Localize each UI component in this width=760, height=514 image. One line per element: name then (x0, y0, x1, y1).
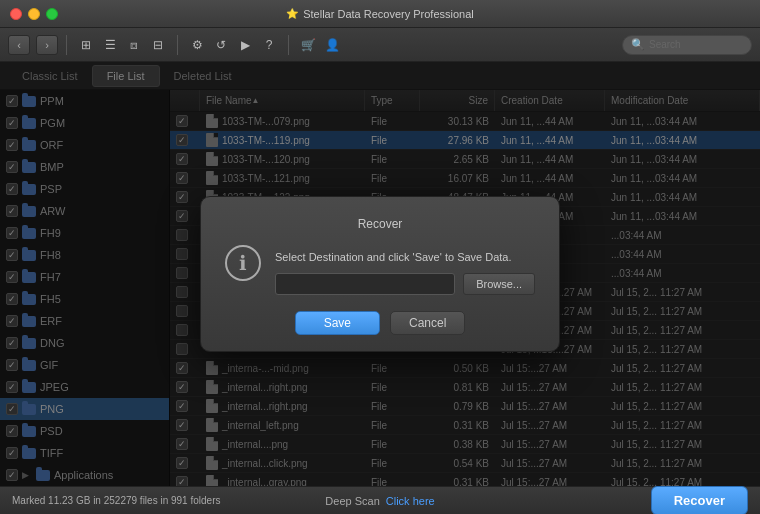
deep-scan-link[interactable]: Click here (386, 495, 435, 507)
list-view-button[interactable]: ☰ (99, 34, 121, 56)
browse-button[interactable]: Browse... (463, 273, 535, 295)
close-button[interactable] (10, 8, 22, 20)
modal-title: Recover (225, 217, 535, 231)
search-icon: 🔍 (631, 38, 645, 51)
view-icons: ⊞ ☰ ⧈ ⊟ (75, 34, 169, 56)
save-button[interactable]: Save (295, 311, 380, 335)
toolbar: ‹ › ⊞ ☰ ⧈ ⊟ ⚙ ↺ ▶ ? 🛒 👤 🔍 Search (0, 28, 760, 62)
cover-view-button[interactable]: ⊟ (147, 34, 169, 56)
cancel-button[interactable]: Cancel (390, 311, 465, 335)
back-button[interactable]: ‹ (8, 35, 30, 55)
app-icon: ⭐ (286, 8, 298, 19)
toolbar-separator (66, 35, 67, 55)
extra-icons: 🛒 👤 (297, 34, 343, 56)
column-view-button[interactable]: ⧈ (123, 34, 145, 56)
modal-buttons: Save Cancel (225, 311, 535, 335)
status-bar: Marked 11.23 GB in 252279 files in 991 f… (0, 486, 760, 514)
modal-input-row: Browse... (275, 273, 535, 295)
account-button[interactable]: 👤 (321, 34, 343, 56)
traffic-lights (10, 8, 58, 20)
help-button[interactable]: ? (258, 34, 280, 56)
search-box[interactable]: 🔍 Search (622, 35, 752, 55)
modal-message: Select Destination and click 'Save' to S… (275, 245, 535, 266)
info-icon: ℹ (225, 245, 261, 281)
recover-button[interactable]: Recover (651, 486, 748, 514)
recover-modal: Recover ℹ Select Destination and click '… (200, 196, 560, 353)
minimize-button[interactable] (28, 8, 40, 20)
action-icons: ⚙ ↺ ▶ ? (186, 34, 280, 56)
maximize-button[interactable] (46, 8, 58, 20)
window-title: ⭐ Stellar Data Recovery Professional (286, 8, 474, 20)
destination-input[interactable] (275, 273, 455, 295)
search-placeholder: Search (649, 39, 681, 50)
forward-button[interactable]: › (36, 35, 58, 55)
settings-button[interactable]: ⚙ (186, 34, 208, 56)
modal-body: ℹ Select Destination and click 'Save' to… (225, 245, 535, 296)
deep-scan-area: Deep Scan Click here (325, 495, 434, 507)
toolbar-separator-2 (177, 35, 178, 55)
grid-view-button[interactable]: ⊞ (75, 34, 97, 56)
title-bar: ⭐ Stellar Data Recovery Professional (0, 0, 760, 28)
toolbar-separator-3 (288, 35, 289, 55)
deep-scan-label: Deep Scan (325, 495, 379, 507)
modal-overlay: Recover ℹ Select Destination and click '… (0, 62, 760, 486)
refresh-button[interactable]: ↺ (210, 34, 232, 56)
play-button[interactable]: ▶ (234, 34, 256, 56)
cart-button[interactable]: 🛒 (297, 34, 319, 56)
